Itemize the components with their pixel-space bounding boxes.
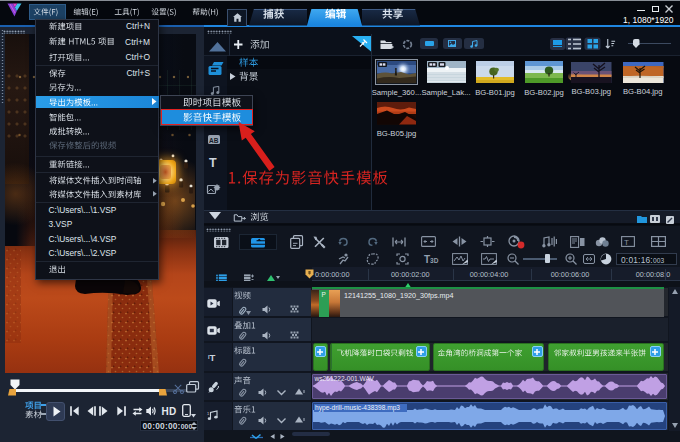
svg-text:T: T (624, 238, 629, 247)
svg-text:1: 1 (207, 411, 210, 416)
